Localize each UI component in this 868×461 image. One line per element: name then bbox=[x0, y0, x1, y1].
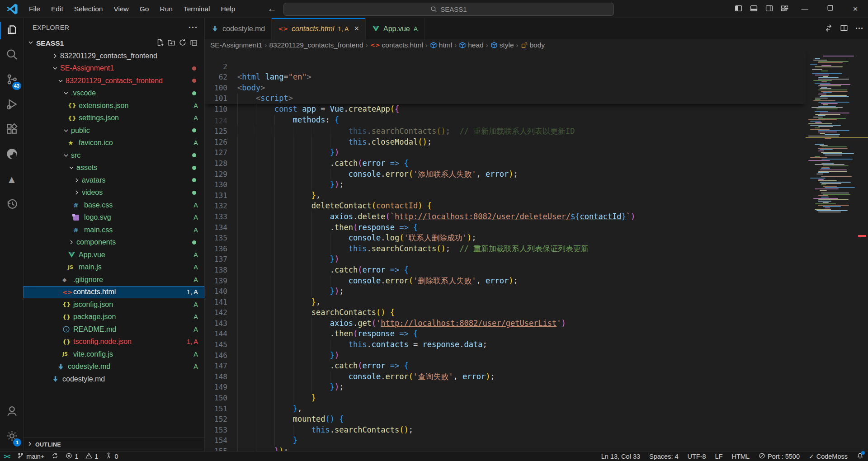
tree-item-codestyle.md[interactable]: codestyle.mdA bbox=[24, 361, 204, 373]
breadcrumb-item-head[interactable]: head bbox=[459, 41, 483, 49]
code-line-149[interactable]: 149 } bbox=[205, 372, 806, 382]
explorer-more-icon[interactable]: ··· bbox=[189, 23, 198, 33]
refresh-icon[interactable] bbox=[179, 38, 187, 48]
breadcrumb-item-html[interactable]: html bbox=[430, 41, 452, 49]
minimap[interactable] bbox=[806, 51, 855, 451]
nav-back-icon[interactable]: ← bbox=[266, 4, 278, 14]
code-line-101[interactable]: 101 const app = Vue.createApp({ bbox=[205, 83, 806, 94]
tree-item-favicon.ico[interactable]: ★favicon.icoA bbox=[24, 137, 204, 150]
tab-App.vue[interactable]: App.vue A bbox=[366, 18, 425, 39]
sticky-scroll[interactable]: 2<html lang="en"> 62<body> 100 <script> … bbox=[205, 51, 806, 104]
activity-settings[interactable]: 1 bbox=[0, 424, 24, 449]
code-line-146[interactable]: 146 .catch(error => { bbox=[205, 339, 806, 350]
tree-item-jsconfig.json[interactable]: {}jsconfig.jsonA bbox=[24, 298, 204, 311]
tree-item-logo.svg[interactable]: logo.svgA bbox=[24, 212, 204, 224]
code-view[interactable]: 124 this.searchContacts(); // 重新加载联系人列表以… bbox=[205, 51, 868, 451]
code-line-140[interactable]: 140 }, bbox=[205, 276, 806, 287]
menu-edit[interactable]: Edit bbox=[46, 0, 69, 18]
tree-item-App.vue[interactable]: App.vueA bbox=[24, 249, 204, 261]
tree-item-components[interactable]: components bbox=[24, 236, 204, 249]
line-number[interactable]: 110 bbox=[205, 104, 227, 115]
activity-triangle-tool[interactable]: ▲ bbox=[0, 167, 24, 192]
menu-file[interactable]: File bbox=[24, 0, 46, 18]
status-lf[interactable]: LF bbox=[711, 452, 727, 461]
menu-help[interactable]: Help bbox=[216, 0, 241, 18]
tree-item-codestyle.md[interactable]: codestyle.md bbox=[24, 373, 204, 386]
activity-explorer[interactable] bbox=[0, 18, 24, 43]
menu-run[interactable]: Run bbox=[154, 0, 178, 18]
tree-item-src[interactable]: src bbox=[24, 149, 204, 162]
code-line-129[interactable]: 129 }); bbox=[205, 158, 806, 169]
code-line-135[interactable]: 135 this.searchContacts(); // 重新加载联系人列表保… bbox=[205, 222, 806, 233]
tab-contacts.html[interactable]: <> contacts.html 1, A × bbox=[272, 18, 366, 39]
code-line-155[interactable]: 155 bbox=[205, 435, 806, 446]
code-line-143[interactable]: 143 .then(response => { bbox=[205, 307, 806, 318]
breadcrumb-item-SE-Assignment1[interactable]: SE-Assignment1 bbox=[210, 41, 262, 49]
code-line-126[interactable]: 126 }) bbox=[205, 126, 806, 137]
menu-terminal[interactable]: Terminal bbox=[178, 0, 216, 18]
code-line-100[interactable]: 100 <script> bbox=[205, 72, 806, 83]
tree-item-.vscode[interactable]: .vscode bbox=[24, 87, 204, 100]
status-radio-tower[interactable]: 0 bbox=[102, 452, 122, 461]
minimize-button[interactable]: — bbox=[792, 0, 817, 18]
tree-item-main.css[interactable]: #main.cssA bbox=[24, 224, 204, 236]
tree-item-extensions.json[interactable]: {}extensions.jsonA bbox=[24, 99, 204, 112]
breadcrumb-item-832201129_contacts_frontend[interactable]: 832201129_contacts_frontend bbox=[269, 41, 363, 49]
menu-go[interactable]: Go bbox=[134, 0, 155, 18]
status-error-circle[interactable]: 1 bbox=[62, 452, 82, 461]
status-spaces-4[interactable]: Spaces: 4 bbox=[645, 452, 683, 461]
status-circle-slash[interactable]: Port : 5500 bbox=[754, 452, 804, 461]
code-line-156[interactable]: 156 app.mount('#app'); bbox=[205, 446, 806, 451]
activity-history[interactable] bbox=[0, 192, 24, 217]
code-line-153[interactable]: 153 } bbox=[205, 414, 806, 425]
menu-selection[interactable]: Selection bbox=[69, 0, 108, 18]
tree-item-assets[interactable]: assets bbox=[24, 162, 204, 174]
code-line-147[interactable]: 147 console.error('查询失败', error); bbox=[205, 350, 806, 361]
tree-item-base.css[interactable]: #base.cssA bbox=[24, 199, 204, 212]
tree-item-README.md[interactable]: README.mdA bbox=[24, 323, 204, 336]
tree-item-.gitignore[interactable]: ◆.gitignoreA bbox=[24, 273, 204, 286]
code-line-62[interactable]: 62<body> bbox=[205, 61, 806, 72]
new-file-icon[interactable] bbox=[156, 38, 164, 48]
code-line-151[interactable]: 151 mounted() { bbox=[205, 393, 806, 404]
status-ln-13-col-33[interactable]: Ln 13, Col 33 bbox=[597, 452, 645, 461]
panel-bottom-button[interactable] bbox=[746, 0, 761, 18]
code-line-145[interactable]: 145 }) bbox=[205, 329, 806, 339]
code-line-137[interactable]: 137 .catch(error => { bbox=[205, 244, 806, 254]
tree-item-videos[interactable]: videos bbox=[24, 187, 204, 199]
tree-item-package.json[interactable]: {}package.jsonA bbox=[24, 311, 204, 324]
status-git-branch[interactable]: main+ bbox=[14, 452, 48, 461]
command-center-search[interactable]: SEASS1 bbox=[283, 3, 614, 16]
code-line-152[interactable]: 152 this.searchContacts(); bbox=[205, 404, 806, 414]
new-folder-icon[interactable] bbox=[167, 38, 175, 48]
code-line-110[interactable]: 110 methods: { bbox=[205, 93, 806, 104]
layout-button[interactable] bbox=[777, 0, 792, 18]
code-line-132[interactable]: 132 axios.delete(`http://localhost:8082/… bbox=[205, 190, 806, 201]
activity-extensions[interactable] bbox=[0, 118, 24, 142]
workspace-root[interactable]: SEASS1 bbox=[24, 37, 204, 50]
code-line-154[interactable]: 154 }); bbox=[205, 425, 806, 436]
activity-account[interactable] bbox=[0, 400, 24, 424]
code-line-130[interactable]: 130 }, bbox=[205, 169, 806, 180]
activity-source-control[interactable]: 43 bbox=[0, 68, 24, 93]
code-line-141[interactable]: 141 searchContacts() { bbox=[205, 286, 806, 297]
code-line-148[interactable]: 148 }); bbox=[205, 361, 806, 372]
split-editor-icon[interactable] bbox=[840, 24, 848, 34]
close-icon[interactable]: × bbox=[354, 24, 359, 33]
tree-item-SE-Assignment1[interactable]: SE-Assignment1 bbox=[24, 62, 204, 75]
tree-item-832201129_contacts_frontend[interactable]: 832201129_contacts_frontend bbox=[24, 75, 204, 87]
code-line-144[interactable]: 144 this.contacts = response.data; bbox=[205, 318, 806, 329]
code-line-138[interactable]: 138 console.error('删除联系人失败', error); bbox=[205, 254, 806, 265]
breadcrumb-item-body[interactable]: body bbox=[521, 41, 545, 49]
status-check[interactable]: ✓CodeMoss bbox=[804, 452, 852, 461]
activity-run-debug[interactable] bbox=[0, 93, 24, 118]
collapse-all-icon[interactable] bbox=[190, 38, 198, 48]
more-actions-icon[interactable]: ··· bbox=[855, 24, 863, 33]
status-sync[interactable] bbox=[48, 452, 62, 461]
compare-changes-icon[interactable] bbox=[825, 24, 833, 34]
panel-right-button[interactable] bbox=[761, 0, 777, 18]
status-utf-8[interactable]: UTF-8 bbox=[683, 452, 711, 461]
tree-item-vite.config.js[interactable]: JSvite.config.jsA bbox=[24, 348, 204, 361]
status-warning-triangle[interactable]: 1 bbox=[82, 452, 102, 461]
status-html[interactable]: HTML bbox=[727, 452, 754, 461]
